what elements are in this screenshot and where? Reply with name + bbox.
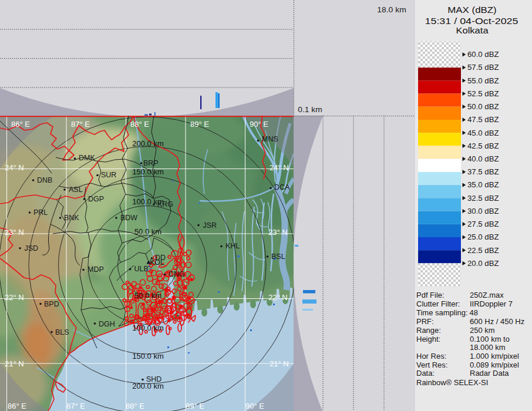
svg-text:20.0 dBZ: 20.0 dBZ bbox=[467, 259, 499, 268]
svg-text:Hor Res:: Hor Res: bbox=[416, 352, 446, 361]
svg-text:KRG: KRG bbox=[157, 200, 173, 208]
svg-text:32.5 dBZ: 32.5 dBZ bbox=[467, 194, 499, 203]
svg-text:Kolkata: Kolkata bbox=[456, 26, 489, 35]
svg-text:18.0 km: 18.0 km bbox=[377, 5, 406, 14]
svg-text:23° N: 23° N bbox=[268, 228, 288, 237]
svg-text:PRL: PRL bbox=[33, 208, 48, 217]
svg-text:88° E: 88° E bbox=[130, 120, 149, 129]
svg-text:55.0 dBZ: 55.0 dBZ bbox=[467, 76, 499, 85]
svg-text:90° E: 90° E bbox=[245, 402, 264, 410]
svg-text:DNB: DNB bbox=[37, 176, 52, 184]
svg-text:24° N: 24° N bbox=[270, 163, 289, 172]
svg-text:Clutter Filter:: Clutter Filter: bbox=[416, 299, 460, 308]
svg-text:89° E: 89° E bbox=[186, 402, 204, 410]
svg-text:ULB: ULB bbox=[134, 265, 149, 273]
svg-text:22° N: 22° N bbox=[5, 293, 24, 302]
svg-text:Vert Res:: Vert Res: bbox=[416, 361, 447, 369]
svg-text:35.0 dBZ: 35.0 dBZ bbox=[467, 180, 499, 189]
svg-text:57.5 dBZ: 57.5 dBZ bbox=[467, 63, 499, 72]
svg-text:45.0 dBZ: 45.0 dBZ bbox=[467, 129, 499, 137]
svg-text:MDP: MDP bbox=[87, 265, 104, 274]
svg-text:BPD: BPD bbox=[44, 300, 59, 308]
svg-text:IIRDoppler 7: IIRDoppler 7 bbox=[470, 299, 513, 308]
svg-text:40.0 dBZ: 40.0 dBZ bbox=[467, 154, 499, 163]
svg-text:50.0 km: 50.0 km bbox=[134, 227, 161, 236]
svg-text:200.0 km: 200.0 km bbox=[132, 139, 163, 148]
svg-text:0.089 km/pixel: 0.089 km/pixel bbox=[470, 361, 519, 369]
svg-text:50.0 km: 50.0 km bbox=[134, 291, 161, 300]
svg-text:100.0 km: 100.0 km bbox=[132, 324, 163, 332]
svg-text:0.1 km: 0.1 km bbox=[298, 105, 322, 114]
svg-text:15:31 / 04-Oct-2025: 15:31 / 04-Oct-2025 bbox=[425, 16, 518, 26]
svg-text:250 km: 250 km bbox=[470, 326, 495, 335]
svg-text:SUR: SUR bbox=[101, 171, 116, 179]
svg-text:52.5 dBZ: 52.5 dBZ bbox=[467, 89, 499, 98]
svg-text:27.5 dBZ: 27.5 dBZ bbox=[467, 220, 499, 228]
svg-text:Pdf File:: Pdf File: bbox=[416, 291, 445, 299]
svg-text:SHD: SHD bbox=[146, 375, 161, 383]
svg-text:90° E: 90° E bbox=[250, 120, 268, 129]
svg-text:30.0 dBZ: 30.0 dBZ bbox=[467, 207, 499, 215]
svg-text:Time sampling:: Time sampling: bbox=[416, 308, 468, 317]
svg-text:50.0 dBZ: 50.0 dBZ bbox=[467, 102, 499, 111]
svg-text:Data:: Data: bbox=[416, 369, 435, 378]
svg-text:BSL: BSL bbox=[271, 252, 285, 261]
svg-text:25.0 dBZ: 25.0 dBZ bbox=[467, 233, 499, 241]
svg-text:22° N: 22° N bbox=[268, 293, 288, 302]
svg-text:BDW: BDW bbox=[120, 214, 137, 222]
svg-text:PRF:: PRF: bbox=[416, 317, 434, 326]
svg-text:Rainbow® SELEX-SI: Rainbow® SELEX-SI bbox=[416, 378, 488, 387]
svg-text:87° E: 87° E bbox=[71, 120, 90, 129]
svg-text:21° N: 21° N bbox=[270, 359, 289, 368]
svg-text:Height:: Height: bbox=[416, 335, 440, 343]
svg-text:CNG: CNG bbox=[169, 270, 185, 278]
svg-text:Range:: Range: bbox=[416, 326, 441, 335]
svg-text:BRP: BRP bbox=[143, 159, 159, 167]
svg-text:MAX (dBZ): MAX (dBZ) bbox=[447, 5, 496, 15]
svg-text:37.5 dBZ: 37.5 dBZ bbox=[467, 167, 499, 176]
svg-text:86° E: 86° E bbox=[8, 402, 26, 410]
svg-text:ASL: ASL bbox=[69, 186, 83, 194]
svg-text:Radar Data: Radar Data bbox=[470, 369, 509, 378]
svg-text:DGH: DGH bbox=[99, 320, 115, 328]
svg-text:DCA: DCA bbox=[274, 183, 290, 191]
svg-text:23° N: 23° N bbox=[5, 228, 24, 237]
svg-text:DMK: DMK bbox=[79, 154, 95, 162]
svg-text:88° E: 88° E bbox=[126, 402, 144, 410]
svg-text:150.0 km: 150.0 km bbox=[132, 352, 163, 361]
svg-text:KHL: KHL bbox=[225, 242, 240, 250]
svg-text:150.0 km: 150.0 km bbox=[132, 167, 163, 176]
svg-text:BLS: BLS bbox=[55, 328, 69, 336]
svg-text:48: 48 bbox=[470, 308, 478, 317]
svg-text:24° N: 24° N bbox=[5, 163, 24, 172]
svg-text:87° E: 87° E bbox=[66, 402, 85, 410]
svg-text:JSD: JSD bbox=[25, 244, 39, 252]
svg-text:60.0 dBZ: 60.0 dBZ bbox=[467, 50, 499, 59]
svg-text:21° N: 21° N bbox=[5, 359, 24, 368]
svg-text:89° E: 89° E bbox=[190, 120, 209, 129]
svg-text:MNS: MNS bbox=[262, 135, 278, 143]
svg-text:86° E: 86° E bbox=[11, 120, 30, 129]
svg-text:600 Hz / 450 Hz: 600 Hz / 450 Hz bbox=[470, 317, 524, 326]
svg-text:47.5 dBZ: 47.5 dBZ bbox=[467, 115, 499, 124]
svg-text:18.000 km: 18.000 km bbox=[470, 343, 506, 352]
svg-text:KOL: KOL bbox=[150, 258, 164, 267]
svg-text:22.5 dBZ: 22.5 dBZ bbox=[467, 246, 499, 255]
svg-text:DGP: DGP bbox=[88, 195, 104, 203]
svg-text:1.000 km/pixel: 1.000 km/pixel bbox=[470, 352, 519, 361]
svg-text:BNK: BNK bbox=[64, 214, 79, 222]
svg-text:JSR: JSR bbox=[203, 221, 217, 230]
svg-text:250Z.max: 250Z.max bbox=[470, 291, 504, 299]
svg-text:42.5 dBZ: 42.5 dBZ bbox=[467, 142, 499, 150]
